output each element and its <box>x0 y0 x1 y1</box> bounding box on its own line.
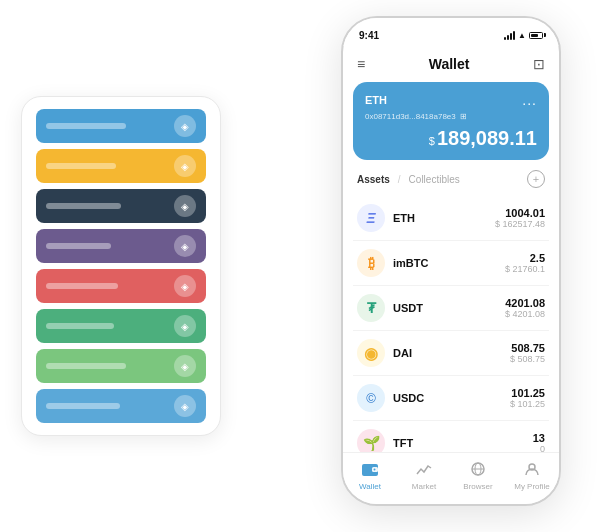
asset-info-usdc: USDC <box>393 392 510 404</box>
status-time: 9:41 <box>359 30 379 41</box>
asset-name-dai: DAI <box>393 347 510 359</box>
eth-card-address: 0x08711d3d...8418a78e3 ⊞ <box>365 112 537 121</box>
eth-card-dots-button[interactable]: ... <box>522 92 537 108</box>
tab-assets[interactable]: Assets <box>357 174 390 185</box>
asset-name-eth: ETH <box>393 212 495 224</box>
asset-values-usdc: 101.25 $ 101.25 <box>510 387 545 409</box>
card-item[interactable]: ◈ <box>36 389 206 423</box>
phone: 9:41 ▲ ≡ Wallet ⊡ ETH <box>341 16 561 506</box>
card-item[interactable]: ◈ <box>36 309 206 343</box>
asset-amount-usdc: 101.25 <box>510 387 545 399</box>
asset-name-tft: TFT <box>393 437 533 449</box>
assets-header: Assets / Collectibles + <box>343 170 559 196</box>
add-asset-button[interactable]: + <box>527 170 545 188</box>
asset-row-tft[interactable]: 🌱 TFT 13 0 <box>353 421 549 452</box>
card-icon: ◈ <box>174 155 196 177</box>
card-item[interactable]: ◈ <box>36 269 206 303</box>
signal-bar-3 <box>510 33 512 40</box>
dai-icon: ◉ <box>357 339 385 367</box>
eth-card-title: ETH <box>365 94 387 106</box>
asset-usd-imbtc: $ 21760.1 <box>505 264 545 274</box>
asset-info-eth: ETH <box>393 212 495 224</box>
asset-info-imbtc: imBTC <box>393 257 505 269</box>
asset-name-imbtc: imBTC <box>393 257 505 269</box>
bottom-nav: Wallet Market Browser <box>343 452 559 504</box>
card-icon: ◈ <box>174 115 196 137</box>
asset-row-usdc[interactable]: © USDC 101.25 $ 101.25 <box>353 376 549 421</box>
asset-values-dai: 508.75 $ 508.75 <box>510 342 545 364</box>
asset-usd-usdt: $ 4201.08 <box>505 309 545 319</box>
signal-bar-1 <box>504 37 506 40</box>
nav-profile[interactable]: My Profile <box>505 462 559 491</box>
asset-amount-usdt: 4201.08 <box>505 297 545 309</box>
battery-icon <box>529 32 543 39</box>
card-item[interactable]: ◈ <box>36 349 206 383</box>
card-item[interactable]: ◈ <box>36 189 206 223</box>
signal-bar-4 <box>513 31 515 40</box>
phone-header: ≡ Wallet ⊡ <box>343 46 559 82</box>
battery-fill <box>531 34 538 37</box>
usdt-icon: ₮ <box>357 294 385 322</box>
card-line <box>46 283 118 289</box>
card-item[interactable]: ◈ <box>36 109 206 143</box>
status-bar: 9:41 ▲ <box>343 18 559 46</box>
nav-profile-label: My Profile <box>514 482 550 491</box>
card-line <box>46 203 121 209</box>
signal-bars-icon <box>504 31 515 40</box>
asset-amount-tft: 13 <box>533 432 545 444</box>
asset-values-usdt: 4201.08 $ 4201.08 <box>505 297 545 319</box>
card-line <box>46 403 120 409</box>
asset-usd-dai: $ 508.75 <box>510 354 545 364</box>
asset-amount-eth: 1004.01 <box>495 207 545 219</box>
asset-amount-imbtc: 2.5 <box>505 252 545 264</box>
nav-browser[interactable]: Browser <box>451 462 505 491</box>
tft-icon: 🌱 <box>357 429 385 452</box>
card-line <box>46 243 111 249</box>
card-icon: ◈ <box>174 315 196 337</box>
asset-amount-dai: 508.75 <box>510 342 545 354</box>
asset-row-usdt[interactable]: ₮ USDT 4201.08 $ 4201.08 <box>353 286 549 331</box>
card-icon: ◈ <box>174 275 196 297</box>
asset-values-eth: 1004.01 $ 162517.48 <box>495 207 545 229</box>
expand-icon[interactable]: ⊡ <box>533 56 545 72</box>
asset-usd-usdc: $ 101.25 <box>510 399 545 409</box>
nav-market[interactable]: Market <box>397 462 451 491</box>
card-icon: ◈ <box>174 355 196 377</box>
asset-row-dai[interactable]: ◉ DAI 508.75 $ 508.75 <box>353 331 549 376</box>
eth-icon: Ξ <box>357 204 385 232</box>
card-line <box>46 363 126 369</box>
tab-divider: / <box>398 174 401 185</box>
asset-name-usdc: USDC <box>393 392 510 404</box>
asset-row-eth[interactable]: Ξ ETH 1004.01 $ 162517.48 <box>353 196 549 241</box>
status-icons: ▲ <box>504 31 543 40</box>
nav-wallet[interactable]: Wallet <box>343 462 397 491</box>
card-item[interactable]: ◈ <box>36 229 206 263</box>
asset-name-usdt: USDT <box>393 302 505 314</box>
asset-list: Ξ ETH 1004.01 $ 162517.48 ₿ imBTC 2.5 $ … <box>343 196 559 452</box>
profile-nav-icon <box>524 462 540 480</box>
wifi-icon: ▲ <box>518 31 526 40</box>
signal-bar-2 <box>507 35 509 40</box>
eth-card[interactable]: ETH ... 0x08711d3d...8418a78e3 ⊞ $189,08… <box>353 82 549 160</box>
assets-tabs: Assets / Collectibles <box>357 174 460 185</box>
card-line <box>46 123 126 129</box>
eth-card-amount: $189,089.11 <box>365 127 537 150</box>
nav-browser-label: Browser <box>463 482 492 491</box>
card-icon: ◈ <box>174 235 196 257</box>
card-icon: ◈ <box>174 195 196 217</box>
asset-info-tft: TFT <box>393 437 533 449</box>
eth-card-header: ETH ... <box>365 92 537 108</box>
menu-icon[interactable]: ≡ <box>357 56 365 72</box>
card-item[interactable]: ◈ <box>36 149 206 183</box>
asset-row-imbtc[interactable]: ₿ imBTC 2.5 $ 21760.1 <box>353 241 549 286</box>
usdc-icon: © <box>357 384 385 412</box>
card-icon: ◈ <box>174 395 196 417</box>
nav-market-label: Market <box>412 482 436 491</box>
asset-usd-tft: 0 <box>533 444 545 452</box>
tab-collectibles[interactable]: Collectibles <box>409 174 460 185</box>
svg-point-2 <box>374 469 376 471</box>
nav-wallet-label: Wallet <box>359 482 381 491</box>
imbtc-icon: ₿ <box>357 249 385 277</box>
market-nav-icon <box>416 462 432 480</box>
card-line <box>46 323 114 329</box>
